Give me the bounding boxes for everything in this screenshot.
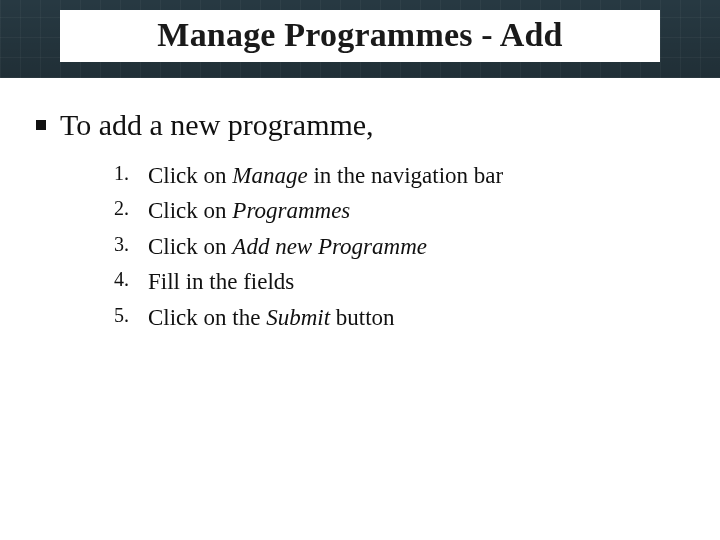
- list-item: Click on Manage in the navigation bar: [114, 158, 684, 194]
- step-text-pre: Click on: [148, 163, 232, 188]
- square-bullet-icon: [36, 120, 46, 130]
- step-text-pre: Click on: [148, 234, 232, 259]
- list-item: Click on the Submit button: [114, 300, 684, 336]
- lead-row: To add a new programme,: [36, 106, 684, 144]
- step-text-em: Manage: [232, 163, 307, 188]
- lead-text: To add a new programme,: [60, 106, 374, 144]
- step-text-em: Add new Programme: [232, 234, 427, 259]
- step-text-em: Programmes: [232, 198, 350, 223]
- slide-body: To add a new programme, Click on Manage …: [0, 78, 720, 336]
- list-item: Click on Add new Programme: [114, 229, 684, 265]
- list-item: Fill in the fields: [114, 264, 684, 300]
- step-text-em: Submit: [266, 305, 330, 330]
- step-text-pre: Click on the: [148, 305, 266, 330]
- title-bar: Manage Programmes - Add: [0, 0, 720, 78]
- list-item: Click on Programmes: [114, 193, 684, 229]
- steps-list: Click on Manage in the navigation bar Cl…: [114, 158, 684, 336]
- slide-title: Manage Programmes - Add: [60, 16, 660, 54]
- title-stripe: Manage Programmes - Add: [60, 10, 660, 62]
- step-text-pre: Click on: [148, 198, 232, 223]
- step-text-post: button: [330, 305, 395, 330]
- step-text-pre: Fill in the fields: [148, 269, 294, 294]
- step-text-post: in the navigation bar: [308, 163, 503, 188]
